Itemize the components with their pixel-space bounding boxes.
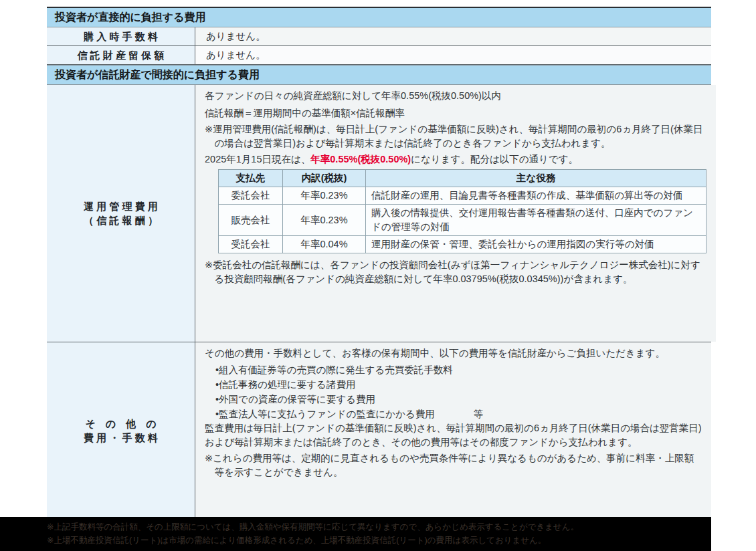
other-fees-bullet-list: •組入有価証券等の売買の際に発生する売買委託手数料 •信託事務の処理に要する諸費…	[205, 362, 702, 421]
bullet-foreign-custody-costs: •外国での資産の保管等に要する費用	[205, 392, 702, 407]
bullet-trust-admin-costs: •信託事務の処理に要する諸費用	[205, 377, 702, 392]
management-fee-formula: 信託報酬＝運用期間中の基準価額×信託報酬率	[205, 106, 706, 120]
management-fee-advisory-note: ※委託会社の信託報酬には、各ファンドの投資顧問会社(みずほ第一フィナンシャルテク…	[205, 258, 706, 286]
trustee-role: 運用財産の保管・管理、委託会社からの運用指図の実行等の対価	[366, 236, 706, 253]
table-row-trustee: 受託会社 年率0.04% 運用財産の保管・管理、委託会社からの運用指図の実行等の…	[219, 236, 706, 253]
other-fees-audit-payment-note: 監査費用は毎日計上(ファンドの基準価額に反映)され、毎計算期間の最初の6ヵ月終了…	[205, 421, 702, 449]
footnote-total-fees: ※上記手数料等の合計額、その上限額については、購入金額や保有期間等に応じて異なり…	[47, 520, 704, 534]
section-header-indirect-fees: 投資者が信託財産で間接的に負担する費用	[47, 65, 711, 85]
other-fees-disclaimer: ※これらの費用等は、定期的に見直されるものや売買条件等により異なるものがあるため…	[205, 451, 702, 479]
row-label-retention-amount: 信 託 財 産 留 保 額	[47, 46, 195, 64]
bullet-audit-costs: •監査法人等に支払うファンドの監査にかかる費用 等	[205, 407, 702, 421]
trustee-rate: 年率0.04%	[283, 236, 366, 253]
management-fee-content: 各ファンドの日々の純資産総額に対して年率0.55%(税抜0.50%)以内 信託報…	[195, 85, 716, 342]
distributor-rate: 年率0.23%	[283, 205, 366, 236]
table-row-retention-amount: 信 託 財 産 留 保 額 ありません。	[47, 46, 711, 65]
table-row-purchase-fee: 購 入 時 手 数 料 ありません。	[47, 27, 711, 46]
management-fee-label-line2: （ 信 託 報 酬 ）	[84, 213, 158, 227]
row-label-management-fee: 運 用 管 理 費 用 （ 信 託 報 酬 ）	[47, 85, 195, 342]
current-rate-highlight: 年率0.55%(税抜0.50%)	[310, 154, 411, 164]
fee-allocation-table: 支払先 内訳(税抜) 主な役務 委託会社 年率0.23% 信託財産の運用、目論見…	[218, 169, 706, 253]
allocation-header-row: 支払先 内訳(税抜) 主な役務	[219, 170, 706, 187]
distributor-payee: 販売会社	[219, 205, 283, 236]
other-fees-label-line2: 費 用 ・ 手 数 料	[84, 431, 158, 445]
trustor-rate: 年率0.23%	[283, 187, 366, 205]
table-row-trustor: 委託会社 年率0.23% 信託財産の運用、目論見書等各種書類の作成、基準価額の算…	[219, 187, 706, 205]
row-value-purchase-fee: ありません。	[195, 27, 711, 45]
management-fee-rate-cap: 各ファンドの日々の純資産総額に対して年率0.55%(税抜0.50%)以内	[205, 89, 706, 103]
management-fee-current-rate: 2025年1月15日現在は、年率0.55%(税抜0.50%)になります。配分は以…	[205, 152, 706, 167]
trustor-payee: 委託会社	[219, 187, 283, 205]
fund-fees-page: 投資者が直接的に負担する費用 購 入 時 手 数 料 ありません。 信 託 財 …	[0, 0, 756, 551]
footnote-reit-fees: ※上場不動産投資信託(リート)は市場の需給により価格形成されるため、上場不動産投…	[47, 534, 704, 547]
other-fees-label-line1: そ の 他 の	[85, 417, 156, 431]
section-header-direct-fees: 投資者が直接的に負担する費用	[47, 8, 711, 27]
management-fee-note-accrual: ※運用管理費用(信託報酬)は、毎日計上(ファンドの基準価額に反映)され、毎計算期…	[205, 122, 706, 150]
other-fees-content: その他の費用・手数料として、お客様の保有期間中、以下の費用等を信託財産からご負担…	[195, 342, 711, 518]
other-fees-intro: その他の費用・手数料として、お客様の保有期間中、以下の費用等を信託財産からご負担…	[205, 346, 702, 360]
row-value-retention-amount: ありません。	[195, 46, 711, 64]
table-row-distributor: 販売会社 年率0.23% 購入後の情報提供、交付運用報告書等各種書類の送付、口座…	[219, 205, 706, 236]
row-label-purchase-fee: 購 入 時 手 数 料	[47, 27, 195, 45]
distributor-role: 購入後の情報提供、交付運用報告書等各種書類の送付、口座内でのファンドの管理等の対…	[366, 205, 706, 236]
row-label-other-fees: そ の 他 の 費 用 ・ 手 数 料	[47, 342, 195, 518]
fee-table: 投資者が直接的に負担する費用 購 入 時 手 数 料 ありません。 信 託 財 …	[47, 7, 711, 520]
trustor-role: 信託財産の運用、目論見書等各種書類の作成、基準価額の算出等の対価	[366, 187, 706, 205]
trustee-payee: 受託会社	[219, 236, 283, 253]
bullet-brokerage-fee: •組入有価証券等の売買の際に発生する売買委託手数料	[205, 362, 702, 377]
current-rate-suffix: になります。配分は以下の通りです。	[411, 154, 578, 164]
column-header-payee: 支払先	[219, 170, 283, 187]
table-row-management-fee: 運 用 管 理 費 用 （ 信 託 報 酬 ） 各ファンドの日々の純資産総額に対…	[47, 85, 711, 342]
column-header-rate: 内訳(税抜)	[283, 170, 366, 187]
column-header-role: 主な役務	[366, 170, 706, 187]
current-rate-prefix: 2025年1月15日現在は、	[205, 154, 310, 164]
table-row-other-fees: そ の 他 の 費 用 ・ 手 数 料 その他の費用・手数料として、お客様の保有…	[47, 342, 711, 518]
management-fee-label-line1: 運 用 管 理 費 用	[84, 199, 158, 213]
footer-note-bar: ※上記手数料等の合計額、その上限額については、購入金額や保有期間等に応じて異なり…	[0, 517, 711, 551]
